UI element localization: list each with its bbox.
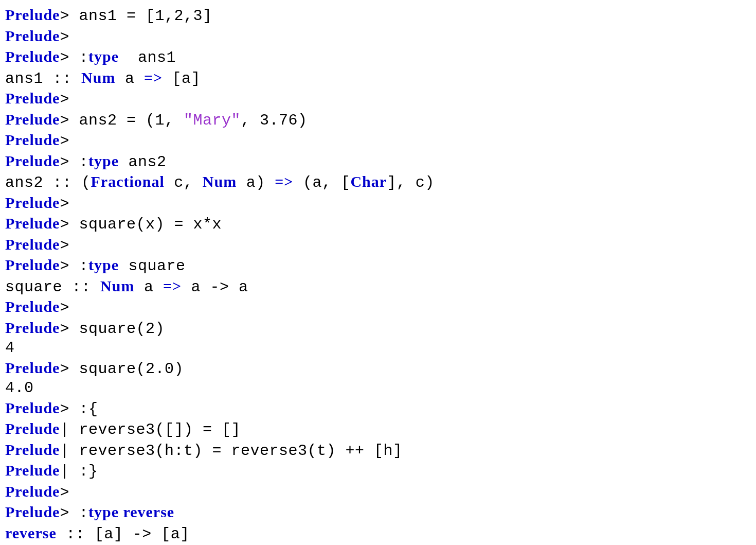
keyword-token: Prelude — [5, 359, 60, 376]
text-token: > — [60, 299, 69, 317]
terminal-line: Prelude> square(2.0) — [5, 358, 751, 379]
terminal-line: Prelude> — [5, 235, 751, 256]
text-token: 4.0 — [5, 379, 34, 397]
keyword-token: Prelude — [5, 462, 60, 479]
text-token: a — [134, 278, 163, 296]
keyword-token: Prelude — [5, 152, 60, 169]
terminal-line: Prelude> — [5, 89, 751, 110]
text-token: ans2 — [119, 153, 167, 171]
text-token: (a, [ — [293, 174, 350, 191]
terminal-line: Prelude> :type ans2 — [5, 151, 751, 172]
text-token: > ans2 = (1, — [60, 112, 184, 129]
keyword-token: type reverse — [88, 503, 174, 520]
terminal-line: Prelude| reverse3([]) = [] — [5, 419, 751, 440]
text-token: [a] — [163, 70, 201, 87]
terminal-line: 4 — [5, 339, 751, 358]
text-token: > — [60, 91, 69, 108]
text-token: square — [119, 257, 186, 275]
text-token: | reverse3([]) = [] — [60, 421, 241, 438]
keyword-token: Prelude — [5, 111, 60, 128]
text-token: a — [115, 70, 144, 87]
keyword-token: type — [88, 152, 119, 169]
text-token: > : — [60, 257, 88, 275]
keyword-token: Prelude — [5, 6, 60, 23]
text-token: > :{ — [60, 400, 98, 418]
keyword-token: Prelude — [5, 319, 60, 336]
text-token: ans2 :: ( — [5, 174, 91, 191]
keyword-token: Prelude — [5, 420, 60, 437]
terminal-line: Prelude> square(x) = x*x — [5, 214, 751, 235]
keyword-token: => — [275, 173, 293, 190]
keyword-token: Fractional — [91, 173, 165, 190]
text-token: a) — [237, 174, 275, 191]
keyword-token: Prelude — [5, 399, 60, 416]
text-token: > ans1 = [1,2,3] — [60, 7, 212, 25]
terminal-line: 4.0 — [5, 379, 751, 398]
keyword-token: Prelude — [5, 27, 60, 44]
terminal-line: Prelude> — [5, 26, 751, 47]
text-token: ans1 :: — [5, 70, 81, 87]
keyword-token: Prelude — [5, 483, 60, 500]
keyword-token: Num — [100, 277, 134, 294]
text-token: :: [a] -> [a] — [57, 525, 190, 543]
keyword-token: Prelude — [5, 48, 60, 65]
text-token: c, — [165, 174, 203, 191]
keyword-token: Prelude — [5, 90, 60, 107]
terminal-line: Prelude> :type reverse — [5, 502, 751, 523]
keyword-token: type — [88, 48, 119, 65]
keyword-token: Prelude — [5, 503, 60, 520]
text-token: > — [60, 28, 69, 46]
terminal-output: Prelude> ans1 = [1,2,3]Prelude>Prelude> … — [5, 5, 751, 544]
terminal-line: Prelude> — [5, 130, 751, 151]
keyword-token: Num — [203, 173, 237, 190]
text-token: | :} — [60, 463, 98, 480]
keyword-token: Num — [81, 69, 115, 86]
text-token: ans1 — [119, 49, 176, 66]
text-token: > — [60, 195, 69, 213]
terminal-line: Prelude> ans2 = (1, "Mary", 3.76) — [5, 110, 751, 131]
text-token: > : — [60, 49, 88, 66]
text-token: > square(x) = x*x — [60, 216, 222, 233]
terminal-line: square :: Num a => a -> a — [5, 276, 751, 297]
string-token: "Mary" — [184, 112, 241, 129]
text-token: > — [60, 237, 69, 254]
text-token: ], c) — [387, 174, 435, 191]
keyword-token: => — [163, 277, 182, 294]
text-token: 4 — [5, 339, 15, 357]
keyword-token: => — [144, 69, 163, 86]
terminal-line: Prelude> :type square — [5, 255, 751, 276]
terminal-line: reverse :: [a] -> [a] — [5, 523, 751, 544]
keyword-token: Char — [350, 173, 387, 190]
keyword-token: Prelude — [5, 194, 60, 211]
text-token: > — [60, 132, 69, 150]
keyword-token: Prelude — [5, 236, 60, 253]
text-token: square :: — [5, 278, 100, 296]
keyword-token: Prelude — [5, 131, 60, 148]
text-token: > square(2.0) — [60, 360, 184, 378]
keyword-token: Prelude — [5, 256, 60, 273]
text-token: a -> a — [182, 278, 248, 296]
keyword-token: reverse — [5, 524, 57, 541]
text-token: > — [60, 484, 69, 501]
terminal-line: Prelude> :{ — [5, 398, 751, 419]
keyword-token: Prelude — [5, 441, 60, 458]
terminal-line: ans1 :: Num a => [a] — [5, 68, 751, 89]
terminal-line: ans2 :: (Fractional c, Num a) => (a, [Ch… — [5, 172, 751, 193]
terminal-line: Prelude> — [5, 482, 751, 503]
text-token: , 3.76) — [241, 112, 308, 129]
terminal-line: Prelude> :type ans1 — [5, 47, 751, 68]
terminal-line: Prelude> square(2) — [5, 318, 751, 339]
keyword-token: type — [88, 256, 119, 273]
text-token: > : — [60, 153, 88, 171]
terminal-line: Prelude> — [5, 193, 751, 214]
terminal-line: Prelude| reverse3(h:t) = reverse3(t) ++ … — [5, 440, 751, 461]
keyword-token: Prelude — [5, 298, 60, 315]
text-token: > square(2) — [60, 320, 165, 338]
keyword-token: Prelude — [5, 215, 60, 232]
terminal-line: Prelude> — [5, 297, 751, 318]
text-token: > : — [60, 504, 88, 522]
text-token: | reverse3(h:t) = reverse3(t) ++ [h] — [60, 442, 402, 460]
terminal-line: Prelude| :} — [5, 461, 751, 482]
terminal-line: Prelude> ans1 = [1,2,3] — [5, 5, 751, 26]
